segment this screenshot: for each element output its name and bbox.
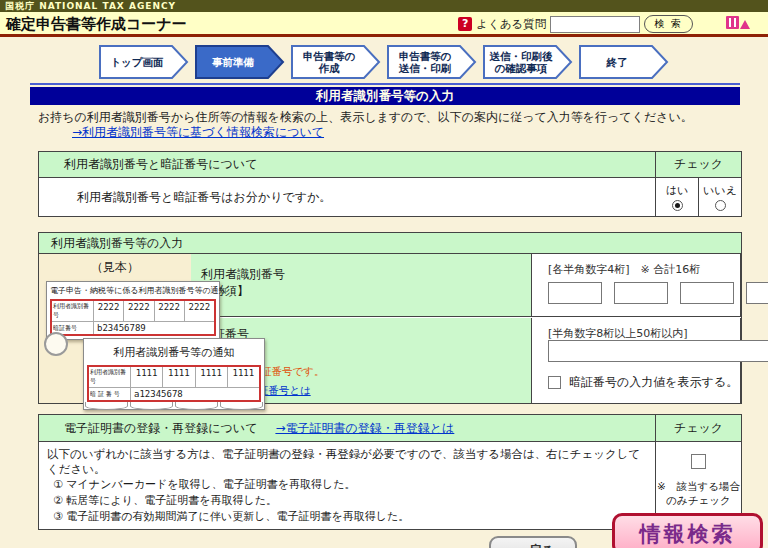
- section3-header: 電子証明書の登録・再登録について: [64, 420, 257, 437]
- gate-icon: [726, 16, 739, 29]
- option-yes-label: はい: [666, 183, 689, 198]
- info-search-link[interactable]: →利用者識別番号等に基づく情報検索について: [72, 125, 324, 139]
- radio-yes[interactable]: [672, 200, 683, 211]
- show-password-label: 暗証番号の入力値を表示する。: [569, 374, 738, 391]
- person-icon: [740, 20, 750, 29]
- sample1-id-label: 利用者識別番号: [52, 301, 94, 321]
- password-hint: [半角数字8桁以上50桁以内]: [548, 326, 688, 341]
- sample-notice-id: 利用者識別番号等の通知 利用者識別番号 1111 1111 1111 1111 …: [83, 338, 265, 410]
- section3-item-1: ① マイナンバーカードを取得し、電子証明書を再取得した。: [47, 477, 649, 493]
- step-nav: トップ画面 事前準備 申告書等の 作成 申告書等の 送信・印刷 送信・印刷後 の…: [0, 40, 768, 83]
- sample-notice1-title: 電子申告・納税等に係る利用者識別番号等の通知: [50, 285, 216, 296]
- nav-step-confirm[interactable]: 送信・印刷後 の確認事項: [483, 45, 573, 79]
- radio-no[interactable]: [715, 200, 726, 211]
- option-no-label: いいえ: [703, 183, 737, 198]
- info-search-button[interactable]: 情報検索: [612, 513, 763, 548]
- id-number-input-cell: [各半角数字4桁] ※ 合計16桁: [532, 254, 741, 317]
- id-number-input-3[interactable]: [680, 282, 734, 304]
- sample-notice-etax: 電子申告・納税等に係る利用者識別番号等の通知 利用者識別番号 2222 2222…: [46, 281, 220, 340]
- nav-step-send-print[interactable]: 申告書等の 送信・印刷: [387, 45, 477, 79]
- option-no[interactable]: いいえ: [698, 178, 741, 216]
- id-number-hint: [各半角数字4桁] ※ 合計16桁: [548, 262, 700, 277]
- entrance-icon[interactable]: [726, 16, 750, 29]
- id-number-required: 【必須】: [201, 283, 525, 300]
- certificate-check-note: ※ 該当する場合 のみチェック: [657, 479, 740, 507]
- section1-question: 利用者識別番号と暗証番号はお分かりですか。: [39, 178, 655, 216]
- section-id-pw-question: 利用者識別番号と暗証番号について チェック 利用者識別番号と暗証番号はお分かりで…: [38, 151, 742, 217]
- stamp-circle-icon: [44, 332, 68, 356]
- back-button[interactable]: ＜ 戻る: [489, 536, 577, 548]
- section3-check-header: チェック: [655, 415, 741, 441]
- faq-link[interactable]: よくある質問: [476, 17, 546, 32]
- section3-item-3: ③ 電子証明書の有効期間満了に伴い更新し、電子証明書を再取得した。: [47, 509, 649, 525]
- nav-step-create[interactable]: 申告書等の 作成: [291, 45, 381, 79]
- section3-item-2: ② 転居等により、電子証明書を再取得した。: [47, 493, 649, 509]
- id-number-label-cell: 利用者識別番号 【必須】: [191, 254, 532, 317]
- password-input[interactable]: [548, 340, 768, 362]
- site-title: 確定申告書等作成コーナー: [6, 15, 187, 34]
- section2-header: 利用者識別番号等の入力: [39, 233, 741, 254]
- page-title: 利用者識別番号等の入力: [30, 87, 740, 105]
- sample-caption: （見本）: [39, 254, 191, 276]
- nav-step-finish[interactable]: 終了: [579, 45, 669, 79]
- sample2-id-label: 利用者識別番号: [89, 367, 131, 387]
- section1-check-header: チェック: [655, 152, 741, 177]
- sample2-pw-label: 暗 証 番 号: [89, 388, 131, 400]
- show-password-checkbox[interactable]: [548, 376, 561, 389]
- nav-step-preparation[interactable]: 事前準備: [195, 45, 285, 79]
- id-number-input-1[interactable]: [548, 282, 602, 304]
- option-yes[interactable]: はい: [655, 178, 698, 216]
- divider: [30, 83, 740, 85]
- sample-panel: （見本） 電子申告・納税等に係る利用者識別番号等の通知 利用者識別番号 2222…: [39, 254, 191, 403]
- sample-notice2-title: 利用者識別番号等の通知: [87, 342, 261, 362]
- question-icon: ?: [458, 17, 472, 31]
- certificate-link[interactable]: →電子証明書の登録・再登録とは: [275, 420, 454, 437]
- site-header: 確定申告書等作成コーナー ? よくある質問 検 索: [0, 12, 768, 37]
- password-input-cell: [半角数字8桁以上50桁以内] 暗証番号の入力値を表示する。: [532, 318, 741, 403]
- agency-bar: 国税庁 NATIONAL TAX AGENCY: [0, 0, 768, 12]
- search-button[interactable]: 検 索: [644, 15, 693, 33]
- nav-step-top[interactable]: トップ画面: [99, 45, 189, 79]
- id-number-input-4[interactable]: [746, 282, 768, 304]
- certificate-checkbox[interactable]: [691, 454, 706, 469]
- page: 国税庁 NATIONAL TAX AGENCY 確定申告書等作成コーナー ? よ…: [0, 0, 768, 548]
- id-number-input-2[interactable]: [614, 282, 668, 304]
- torn-edge: [84, 402, 264, 410]
- section3-description: 以下のいずれかに該当する方は、電子証明書の登録・再登録が必要ですので、該当する場…: [47, 447, 649, 477]
- section-id-input: 利用者識別番号等の入力 利用者識別番号 【必須】 [各半角数字4桁] ※ 合計1…: [38, 232, 742, 404]
- section1-header: 利用者識別番号と暗証番号について: [39, 152, 655, 177]
- faq-search-input[interactable]: [550, 16, 640, 33]
- id-number-label: 利用者識別番号: [201, 266, 525, 283]
